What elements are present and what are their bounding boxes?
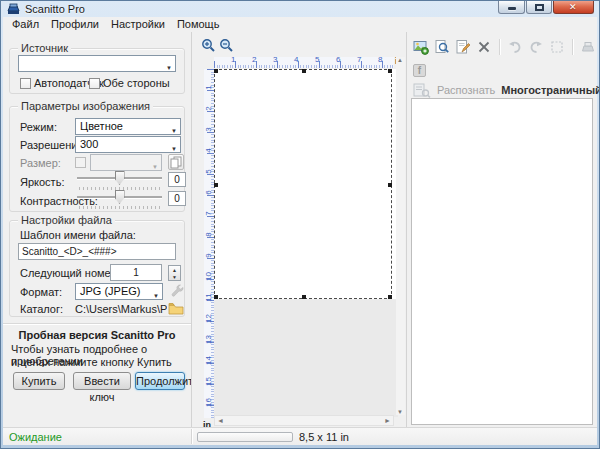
format-combobox-value: JPG (JPEG): [80, 285, 141, 297]
maximize-button[interactable]: [526, 1, 552, 14]
delete-icon[interactable]: [476, 39, 492, 55]
settings-panel: Источник ▼ Автоподатчик Обе стороны Пара…: [3, 32, 191, 427]
selection-handle[interactable]: [302, 295, 306, 299]
selection-handle[interactable]: [388, 183, 392, 187]
ruler-number: 4: [294, 55, 298, 64]
image-params-title: Параметры изображения: [18, 100, 153, 112]
resolution-combobox[interactable]: 300 ▼: [75, 136, 181, 153]
preview-panel: 12345678 in 12345678910111213141516 in: [191, 32, 407, 427]
scan-selection[interactable]: [214, 69, 392, 299]
scroll-down-icon[interactable]: ▼: [397, 409, 403, 415]
selection-handle[interactable]: [388, 69, 392, 73]
redo-icon[interactable]: [528, 39, 544, 55]
ruler-number: 14: [204, 354, 213, 368]
ocr-icon[interactable]: [413, 83, 431, 98]
ruler-number: 1: [231, 55, 235, 64]
selection-handle[interactable]: [214, 295, 218, 299]
menu-item[interactable]: Помощь: [171, 17, 226, 32]
maximize-icon: [535, 4, 544, 11]
spinner-down-icon[interactable]: ▼: [172, 274, 177, 280]
source-group-title: Источник: [18, 42, 71, 54]
horizontal-scrollbar[interactable]: ◄ ►: [214, 415, 394, 426]
client-area: ФайлПрофилиНастройкиПомощь Источник ▼ Ав…: [3, 17, 597, 445]
mode-combobox[interactable]: Цветное ▼: [75, 118, 181, 135]
menu-bar: ФайлПрофилиНастройкиПомощь: [3, 17, 597, 32]
ruler-number: 9: [204, 249, 213, 263]
brightness-slider[interactable]: [77, 171, 162, 191]
selection-handle[interactable]: [388, 295, 392, 299]
next-number-input[interactable]: [110, 264, 162, 281]
menu-item[interactable]: Настройки: [105, 17, 171, 32]
autofeeder-checkbox[interactable]: [20, 78, 31, 89]
menu-item[interactable]: Файл: [6, 17, 45, 32]
chevron-down-icon: ▼: [152, 160, 158, 171]
add-scan-icon[interactable]: [413, 39, 429, 55]
format-combobox[interactable]: JPG (JPEG) ▼: [75, 283, 163, 300]
pages-toolbar: E: [413, 38, 600, 56]
chevron-down-icon: ▼: [153, 289, 159, 300]
folder-label: Каталог:: [20, 303, 63, 315]
file-settings-title: Настройки файла: [18, 214, 115, 226]
ruler-number: 10: [204, 270, 213, 284]
scroll-up-icon[interactable]: ▲: [397, 57, 403, 63]
ruler-number: 4: [204, 144, 213, 158]
trial-divider: [3, 323, 191, 324]
zoom-out-icon[interactable]: [219, 38, 234, 53]
enter-key-button[interactable]: Ввести ключ: [73, 372, 131, 390]
ruler-number: 8: [204, 228, 213, 242]
selection-handle[interactable]: [302, 69, 306, 73]
facebook-icon[interactable]: f: [413, 64, 426, 77]
custom-size-button[interactable]: [168, 154, 184, 170]
format-label: Формат:: [20, 286, 62, 298]
both-sides-label: Обе стороны: [103, 77, 170, 89]
multipage-dropdown[interactable]: Многостраничный▼: [501, 84, 600, 96]
status-bar: Ожидание 8,5 x 11 in: [3, 427, 597, 445]
close-button[interactable]: ✕: [553, 1, 594, 14]
edit-page-icon[interactable]: [455, 39, 471, 55]
minimize-button[interactable]: [498, 1, 525, 14]
title-bar[interactable]: Scanitto Pro ✕: [1, 1, 599, 17]
minimize-icon: [508, 7, 516, 10]
chevron-down-icon: ▼: [171, 142, 177, 153]
app-icon: [7, 3, 20, 15]
chevron-down-icon: ▼: [166, 61, 172, 72]
buy-button[interactable]: Купить: [13, 372, 65, 390]
selection-handle[interactable]: [214, 183, 218, 187]
ruler-number: 15: [204, 375, 213, 389]
custom-size-icon: [169, 155, 183, 169]
application-window: Scanitto Pro ✕ ФайлПрофилиНастройкиПомощ…: [0, 0, 600, 449]
ocr-button[interactable]: Распознать: [437, 84, 495, 96]
undo-icon[interactable]: [507, 39, 523, 55]
ruler-number: 7: [204, 207, 213, 221]
next-number-spinner[interactable]: ▲ ▼: [168, 265, 181, 281]
folder-icon[interactable]: [168, 302, 184, 315]
slider-thumb[interactable]: [115, 171, 125, 185]
continue-button[interactable]: Продолжить: [135, 372, 185, 390]
menu-item[interactable]: Профили: [45, 17, 105, 32]
scroll-right-icon[interactable]: ►: [384, 417, 391, 424]
template-input[interactable]: [18, 243, 176, 260]
preview-canvas[interactable]: [214, 69, 398, 417]
selection-handle[interactable]: [214, 69, 218, 73]
scroll-left-icon[interactable]: ◄: [217, 417, 224, 424]
window-controls: ✕: [497, 1, 594, 14]
spinner-up-icon[interactable]: ▲: [172, 267, 177, 273]
both-sides-checkbox[interactable]: [89, 78, 100, 89]
pages-list[interactable]: [411, 98, 593, 425]
contrast-slider[interactable]: [77, 190, 162, 210]
ruler-number: 8: [378, 55, 382, 64]
vertical-scrollbar[interactable]: ▲ ▼: [396, 57, 405, 415]
toolbar-separator: [572, 39, 573, 55]
mode-combobox-value: Цветное: [80, 120, 123, 132]
deselect-icon[interactable]: [549, 39, 565, 55]
view-page-icon[interactable]: [434, 39, 450, 55]
window-title: Scanitto Pro: [25, 3, 85, 15]
size-checkbox[interactable]: [75, 157, 86, 168]
source-combobox[interactable]: ▼: [18, 55, 176, 72]
close-icon: ✕: [569, 2, 577, 12]
print-icon[interactable]: [580, 39, 596, 55]
template-label: Шаблон имени файла:: [20, 229, 136, 241]
zoom-in-icon[interactable]: [201, 38, 216, 53]
size-combobox[interactable]: ▼: [90, 154, 162, 171]
slider-thumb[interactable]: [115, 190, 125, 204]
